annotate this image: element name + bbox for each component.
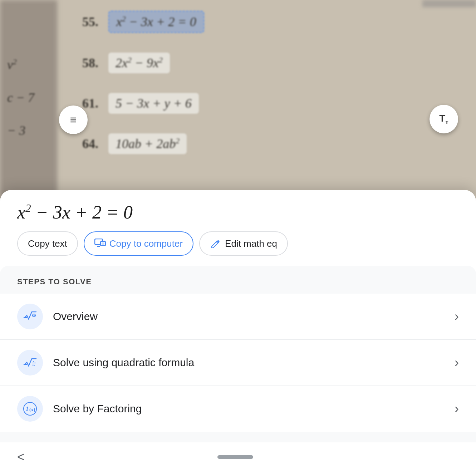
- problem-64-eq: 10ab + 2ab2: [108, 133, 187, 154]
- left-eq-2: c − 7: [7, 90, 57, 105]
- problem-58-row: 58. 2x2 − 9x2: [82, 53, 408, 73]
- pencil-icon: [210, 238, 221, 249]
- left-eq-1: v2: [7, 57, 57, 72]
- steps-section: STEPS TO SOLVE x Overview ›: [0, 266, 476, 442]
- edit-math-label: Edit math eq: [225, 238, 277, 249]
- factoring-icon: 1 (x): [17, 396, 43, 422]
- bottom-sheet: x2 − 3x + 2 = 0 Copy text Copy to comput: [0, 190, 476, 476]
- equation-display: x2 − 3x + 2 = 0: [0, 190, 476, 231]
- quadratic-chevron: ›: [455, 355, 459, 370]
- svg-text:±b: ±b: [32, 364, 35, 367]
- svg-text:(x): (x): [29, 407, 35, 413]
- problem-58-num: 58.: [82, 55, 102, 70]
- quadratic-icon: x ±b: [17, 350, 43, 376]
- problem-55-num: 55.: [82, 14, 102, 29]
- right-blur: [422, 0, 476, 7]
- overview-chevron: ›: [455, 309, 459, 324]
- factoring-label: Solve by Factoring: [53, 403, 455, 415]
- overview-step[interactable]: x Overview ›: [0, 294, 476, 340]
- copy-computer-icon: [94, 238, 106, 249]
- factoring-chevron: ›: [455, 401, 459, 416]
- problem-58-eq: 2x2 − 9x2: [108, 53, 170, 73]
- nav-handle: [217, 455, 253, 459]
- filter-fab-button[interactable]: ≡: [59, 105, 88, 134]
- problem-61-row: 61. 5 − 3x + y + 6: [82, 93, 408, 114]
- problem-64-num: 64.: [82, 136, 102, 151]
- factoring-step[interactable]: 1 (x) Solve by Factoring ›: [0, 386, 476, 432]
- steps-header: STEPS TO SOLVE: [0, 266, 476, 294]
- problem-61-num: 61.: [82, 96, 102, 111]
- problem-64-row: 64. 10ab + 2ab2: [82, 133, 408, 154]
- overview-label: Overview: [53, 310, 455, 323]
- left-math-expressions: v2 c − 7 − 3: [0, 29, 64, 156]
- problem-55-eq: x2 − 3x + 2 = 0: [108, 11, 204, 33]
- svg-rect-4: [102, 242, 104, 245]
- problem-55-row: 55. x2 − 3x + 2 = 0: [82, 11, 408, 33]
- steps-list: x Overview › x ±b Solve using q: [0, 294, 476, 442]
- copy-computer-label: Copy to computer: [109, 238, 183, 249]
- svg-text:1: 1: [26, 406, 29, 412]
- copy-text-button[interactable]: Copy text: [17, 231, 78, 256]
- copy-text-label: Copy text: [28, 238, 67, 249]
- filter-icon: ≡: [70, 113, 77, 127]
- svg-text:x: x: [33, 314, 35, 318]
- edit-math-button[interactable]: Edit math eq: [199, 231, 288, 256]
- text-fab-button[interactable]: Tт: [430, 105, 458, 133]
- textbook-problems: 55. x2 − 3x + 2 = 0 58. 2x2 − 9x2 61.: [72, 0, 419, 185]
- navigation-bar: <: [0, 442, 476, 476]
- equation-text: x2 − 3x + 2 = 0: [17, 202, 133, 222]
- problem-61-eq: 5 − 3x + y + 6: [108, 93, 199, 114]
- back-button[interactable]: <: [17, 450, 25, 465]
- overview-icon: x: [17, 304, 43, 329]
- left-eq-3: − 3: [7, 123, 57, 138]
- quadratic-step[interactable]: x ±b Solve using quadratic formula ›: [0, 340, 476, 386]
- action-buttons-row: Copy text Copy to computer: [0, 231, 476, 266]
- quadratic-label: Solve using quadratic formula: [53, 357, 455, 369]
- svg-text:x: x: [32, 359, 34, 363]
- text-format-icon: Tт: [439, 113, 448, 126]
- copy-to-computer-button[interactable]: Copy to computer: [84, 231, 193, 256]
